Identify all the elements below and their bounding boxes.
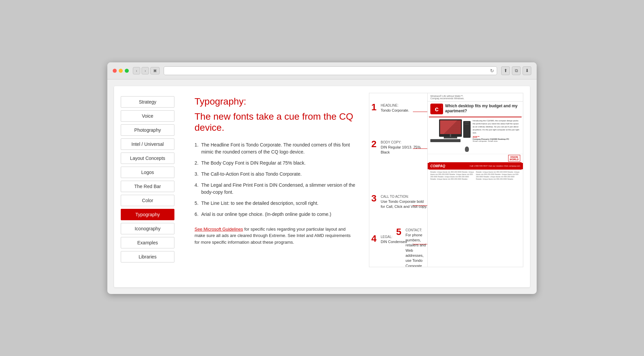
price-label: XXX™ bbox=[473, 136, 520, 138]
sidebar-item-the-red-bar[interactable]: The Red Bar bbox=[121, 181, 174, 192]
browser-buttons bbox=[113, 69, 129, 73]
list-item: The Legal and Fine Print Font is DIN Con… bbox=[195, 182, 356, 196]
annotation-number-5: 5 bbox=[396, 227, 404, 237]
annotation-number-4: 4 bbox=[371, 234, 379, 243]
keyboard bbox=[430, 139, 461, 142]
vision-logo: VISION WORLD bbox=[508, 155, 520, 162]
computer-image bbox=[430, 119, 471, 152]
typography-diagram: 1 HEADLINE: Tondo Corporate. 2 BODY COPY… bbox=[369, 93, 523, 267]
annotation-number-3: 3 bbox=[371, 194, 379, 203]
body-copy-content: Introducing the CQ4300, the compact desi… bbox=[473, 119, 520, 134]
cta-contact-text: Call 1 800 555 5547 Visit our retailers … bbox=[470, 165, 520, 167]
fine-print-area: Retailer: Unique blanie min 800-200-0000… bbox=[428, 170, 523, 182]
page-title: Typography: bbox=[195, 96, 356, 107]
vision-world-area: VISION WORLD bbox=[428, 154, 523, 162]
list-item: The Headline Font is Tondo Corporate. Th… bbox=[195, 141, 356, 156]
monitor-base bbox=[444, 137, 457, 138]
tab-view-button[interactable]: ▣ bbox=[150, 67, 160, 74]
fine-print-cols: Retailer: Unique blanie min 800-200-0000… bbox=[430, 171, 520, 180]
sidebar: Strategy Voice Photography Intel / Unive… bbox=[114, 86, 181, 287]
browser-window: ‹ › ▣ ↻ ⬆ ⧉ ⬇ Strategy Voice Photography bbox=[107, 62, 537, 294]
footer-note: See Microsoft Guidelines for specific ru… bbox=[195, 226, 356, 246]
ad-header: Windows® Life without Walls™. Compaq rec… bbox=[428, 93, 523, 102]
monitor-screen bbox=[440, 120, 461, 134]
ad-headline-area: c : Which desktop fits my budget and my … bbox=[428, 102, 523, 117]
annotation-text-3: CALL TO ACTION: Use Tondo Corporate bold… bbox=[381, 194, 428, 210]
body-copy-text: Introducing the CQ4300, the compact desi… bbox=[473, 119, 520, 152]
annotation-3: 3 CALL TO ACTION: Use Tondo Corporate bo… bbox=[371, 194, 428, 210]
sidebar-item-voice[interactable]: Voice bbox=[121, 110, 174, 122]
ad-mockup: Windows® Life without Walls™. Compaq rec… bbox=[427, 93, 523, 267]
tower-slot2 bbox=[465, 124, 469, 124]
sidebar-item-color[interactable]: Color bbox=[121, 195, 174, 206]
ad-header-subtext: Compaq recommends Windows. bbox=[430, 97, 520, 100]
annotation-text-5: CONTACT: For phone numbers, retailers an… bbox=[406, 227, 428, 267]
sidebar-item-intel-universal[interactable]: Intel / Universal bbox=[121, 138, 174, 150]
list-item: The Line List: to see the detailed descr… bbox=[195, 200, 356, 207]
refresh-icon[interactable]: ↻ bbox=[490, 68, 494, 73]
tower-pc bbox=[463, 121, 471, 138]
annotation-1: 1 HEADLINE: Tondo Corporate. bbox=[371, 103, 409, 113]
sidebar-item-strategy[interactable]: Strategy bbox=[121, 96, 174, 108]
compaq-logo-box: c : bbox=[430, 104, 443, 114]
sidebar-item-typography[interactable]: Typography bbox=[121, 209, 174, 220]
monitor bbox=[439, 119, 462, 138]
sidebar-item-photography[interactable]: Photography bbox=[121, 124, 174, 136]
annotation-text-2: BODY COPY: DIN Regular 10/13. 75% Black bbox=[381, 139, 428, 155]
main-content: Typography: The new fonts take a cue fro… bbox=[181, 86, 369, 287]
address-input[interactable] bbox=[167, 68, 490, 73]
fine-print-col-2: Retailer: Unique blanie min 800-200-0000… bbox=[476, 171, 520, 180]
fine-print-col-1: Retailer: Unique blanie min 800-200-0000… bbox=[430, 171, 475, 180]
content-list: The Headline Font is Tondo Corporate. Th… bbox=[195, 141, 356, 218]
list-item: The Call-to-Action Font is also Tondo Co… bbox=[195, 171, 356, 178]
mouse bbox=[465, 146, 469, 152]
annotation-text-1: HEADLINE: Tondo Corporate. bbox=[381, 103, 409, 113]
microsoft-guidelines-link[interactable]: See Microsoft Guidelines bbox=[195, 227, 243, 232]
sidebar-item-examples[interactable]: Examples bbox=[121, 237, 174, 248]
product-desc: Smart computer. Smart size. bbox=[473, 140, 520, 142]
annotation-number-2: 2 bbox=[371, 139, 379, 149]
download-icon[interactable]: ⬇ bbox=[523, 66, 531, 75]
compaq-cta-label: COMPAQ bbox=[430, 164, 445, 168]
annotation-area: 1 HEADLINE: Tondo Corporate. 2 BODY COPY… bbox=[369, 93, 428, 267]
monitor-foot bbox=[450, 134, 451, 137]
sidebar-item-libraries[interactable]: Libraries bbox=[121, 251, 174, 262]
annotation-2: 2 BODY COPY: DIN Regular 10/13. 75% Blac… bbox=[371, 139, 428, 155]
vision-text: VISION bbox=[510, 156, 519, 158]
sidebar-item-iconography[interactable]: Iconography bbox=[121, 223, 174, 234]
browser-nav: ‹ › ▣ bbox=[133, 67, 160, 74]
page-subtitle: The new fonts take a cue from the CQ dev… bbox=[195, 111, 356, 133]
address-bar: ↻ bbox=[164, 66, 497, 75]
body-copy-area: Introducing the CQ4300, the compact desi… bbox=[428, 117, 523, 154]
annotation-number-1: 1 bbox=[371, 103, 379, 112]
share-icon[interactable]: ⬆ bbox=[501, 66, 510, 75]
bookmark-icon[interactable]: ⧉ bbox=[512, 66, 521, 75]
maximize-button[interactable] bbox=[125, 69, 129, 73]
ad-header-text: Windows® Life without Walls™. bbox=[430, 95, 520, 97]
sidebar-item-layout-concepts[interactable]: Layout Concepts bbox=[121, 153, 174, 164]
logo-c-letter: c bbox=[435, 106, 438, 112]
cta-bar: COMPAQ Call 1 800 555 5547 Visit our ret… bbox=[428, 163, 523, 169]
tower-slot bbox=[465, 122, 469, 123]
sidebar-item-logos[interactable]: Logos bbox=[121, 167, 174, 178]
screen-content bbox=[440, 120, 461, 134]
world-text: WORLD bbox=[510, 158, 519, 161]
close-button[interactable] bbox=[113, 69, 117, 73]
browser-toolbar: ‹ › ▣ ↻ ⬆ ⧉ ⬇ bbox=[107, 62, 537, 79]
list-item: The Body Copy Font is DIN Regular at 75%… bbox=[195, 160, 356, 167]
back-button[interactable]: ‹ bbox=[133, 67, 140, 74]
ad-headline-text: Which desktop fits my budget and my apar… bbox=[445, 104, 520, 114]
annotation-5: 5 CONTACT: For phone numbers, retailers … bbox=[396, 227, 428, 267]
page-content: Strategy Voice Photography Intel / Unive… bbox=[114, 86, 530, 287]
list-item: Arial is our online type choice. (In-dep… bbox=[195, 211, 356, 218]
toolbar-right: ⬆ ⧉ ⬇ bbox=[501, 66, 531, 75]
right-panel: 1 HEADLINE: Tondo Corporate. 2 BODY COPY… bbox=[369, 86, 530, 287]
minimize-button[interactable] bbox=[119, 69, 123, 73]
monitor-body bbox=[439, 119, 462, 137]
forward-button[interactable]: › bbox=[142, 67, 149, 74]
logo-colon: : bbox=[441, 105, 442, 108]
